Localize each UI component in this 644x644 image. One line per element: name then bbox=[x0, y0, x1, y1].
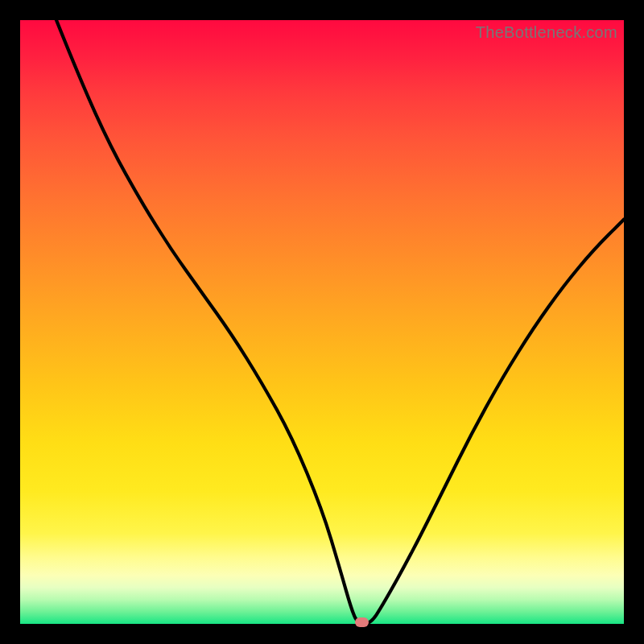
plot-area: TheBottleneck.com bbox=[20, 20, 624, 624]
watermark-text: TheBottleneck.com bbox=[476, 23, 617, 42]
chart-frame: TheBottleneck.com bbox=[0, 0, 644, 644]
bottleneck-curve bbox=[20, 20, 624, 624]
minimum-marker bbox=[355, 617, 369, 627]
curve-path bbox=[56, 20, 624, 624]
